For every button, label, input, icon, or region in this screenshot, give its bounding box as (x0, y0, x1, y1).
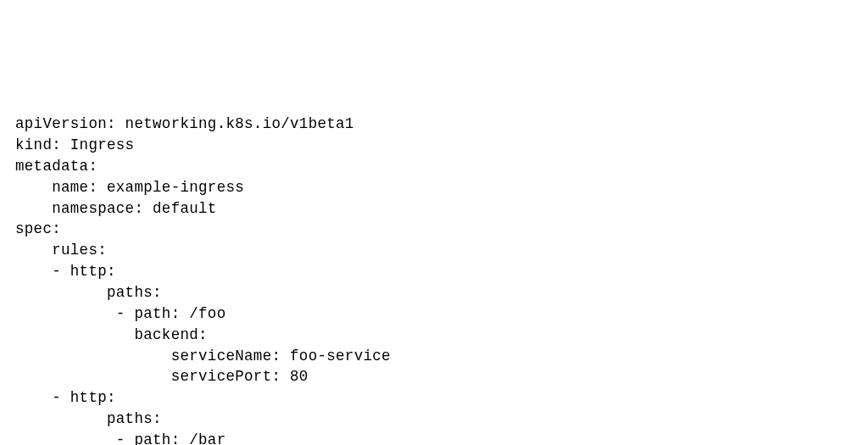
code-line: - path: /bar (15, 431, 225, 445)
code-line: kind: Ingress (15, 136, 134, 153)
code-line: - http: (15, 263, 116, 280)
code-line: rules: (15, 242, 107, 259)
code-line: - path: /foo (15, 305, 225, 322)
code-line: namespace: default (15, 200, 217, 217)
code-line: apiVersion: networking.k8s.io/v1beta1 (15, 115, 354, 132)
yaml-code-block: apiVersion: networking.k8s.io/v1beta1 ki… (15, 92, 853, 445)
code-line: serviceName: foo-service (15, 348, 391, 364)
code-line: - http: (15, 389, 116, 406)
code-line: paths: (15, 284, 162, 301)
code-line: name: example-ingress (15, 179, 244, 196)
code-line: metadata: (15, 158, 97, 175)
code-line: spec: (15, 220, 61, 237)
code-line: servicePort: 80 (15, 368, 309, 385)
code-line: paths: (15, 410, 162, 427)
code-line: backend: (15, 326, 208, 343)
